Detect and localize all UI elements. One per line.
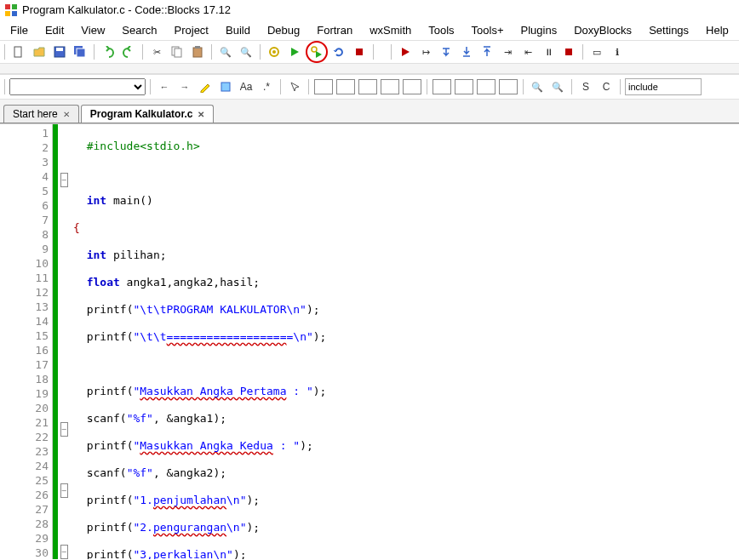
source-icon[interactable]: S bbox=[576, 77, 595, 96]
debug-windows-icon[interactable]: ▭ bbox=[587, 43, 606, 61]
menu-doxyblocks[interactable]: DoxyBlocks bbox=[567, 22, 639, 38]
diag7-icon[interactable] bbox=[455, 79, 473, 94]
menu-build[interactable]: Build bbox=[219, 22, 257, 38]
svg-rect-2 bbox=[5, 11, 10, 16]
menu-bar: File Edit View Search Project Build Debu… bbox=[0, 20, 739, 40]
save-all-icon[interactable] bbox=[71, 43, 89, 61]
menu-search[interactable]: Search bbox=[115, 22, 163, 38]
diag3-icon[interactable] bbox=[358, 79, 377, 94]
diag5-icon[interactable] bbox=[403, 79, 421, 94]
highlight-icon[interactable] bbox=[196, 77, 215, 96]
find-icon[interactable]: 🔍 bbox=[216, 43, 235, 61]
tab-strip: Start here ✕ Program Kalkulator.c ✕ bbox=[0, 100, 739, 123]
cursor-icon[interactable] bbox=[285, 77, 304, 96]
info-icon[interactable]: ℹ bbox=[608, 43, 627, 61]
undo-icon[interactable] bbox=[99, 43, 117, 61]
zoom-in-icon[interactable]: 🔍 bbox=[528, 77, 547, 96]
svg-rect-17 bbox=[565, 49, 572, 55]
diag8-icon[interactable] bbox=[477, 79, 496, 94]
menu-edit[interactable]: Edit bbox=[38, 22, 71, 38]
menu-project[interactable]: Project bbox=[168, 22, 215, 38]
code-editor[interactable]: 1234567891011121314151617181920212223242… bbox=[0, 123, 739, 559]
tab-program-kalkulator[interactable]: Program Kalkulator.c ✕ bbox=[81, 105, 215, 123]
next-line-icon[interactable] bbox=[437, 43, 455, 61]
copy-icon[interactable] bbox=[168, 43, 186, 61]
diag6-icon[interactable] bbox=[433, 79, 451, 94]
paste-icon[interactable] bbox=[188, 43, 207, 61]
title-bar: Program Kalkulator.c - Code::Blocks 17.1… bbox=[0, 0, 739, 20]
svg-rect-11 bbox=[193, 48, 202, 57]
back-icon[interactable]: ← bbox=[155, 77, 174, 96]
menu-debug[interactable]: Debug bbox=[261, 22, 306, 38]
svg-rect-10 bbox=[175, 49, 181, 57]
menu-plugins[interactable]: Plugins bbox=[514, 22, 564, 38]
build-and-run-icon[interactable] bbox=[307, 43, 326, 61]
svg-rect-1 bbox=[12, 4, 17, 9]
comment-icon[interactable]: C bbox=[597, 77, 616, 96]
menu-settings[interactable]: Settings bbox=[642, 22, 696, 38]
abort-icon[interactable] bbox=[350, 43, 369, 61]
main-toolbar: ✂ 🔍 🔍 ↦ ⇥ ⇤ ⏸ ▭ ℹ bbox=[0, 40, 739, 64]
diag2-icon[interactable] bbox=[336, 79, 355, 94]
stop-debug-icon[interactable] bbox=[559, 43, 578, 61]
menu-wxsmith[interactable]: wxSmith bbox=[363, 22, 418, 38]
forward-icon[interactable]: → bbox=[175, 77, 194, 96]
diag4-icon[interactable] bbox=[381, 79, 399, 94]
svg-rect-3 bbox=[12, 11, 17, 16]
app-logo-icon bbox=[5, 4, 17, 16]
run-icon[interactable] bbox=[285, 43, 304, 61]
step-into-icon[interactable] bbox=[457, 43, 476, 61]
menu-file[interactable]: File bbox=[3, 22, 35, 38]
regex-icon[interactable]: .* bbox=[257, 77, 276, 96]
diag1-icon[interactable] bbox=[314, 79, 333, 94]
close-icon[interactable]: ✕ bbox=[63, 110, 70, 119]
save-icon[interactable] bbox=[50, 43, 69, 61]
build-and-run-highlight bbox=[306, 41, 328, 63]
rebuild-icon[interactable] bbox=[329, 43, 348, 61]
run-to-cursor-icon[interactable]: ↦ bbox=[416, 43, 435, 61]
replace-icon[interactable]: 🔍 bbox=[237, 43, 255, 61]
menu-view[interactable]: View bbox=[74, 22, 112, 38]
open-file-icon[interactable] bbox=[30, 43, 49, 61]
code-area[interactable]: #include<stdio.h> int main() { int pilih… bbox=[70, 124, 739, 559]
menu-toolsplus[interactable]: Tools+ bbox=[465, 22, 511, 38]
window-title: Program Kalkulator.c - Code::Blocks 17.1… bbox=[22, 3, 231, 16]
svg-rect-16 bbox=[356, 49, 363, 55]
scope-select[interactable] bbox=[9, 78, 146, 95]
close-icon[interactable]: ✕ bbox=[198, 110, 204, 119]
tab-start-here[interactable]: Start here ✕ bbox=[3, 105, 79, 123]
redo-icon[interactable] bbox=[119, 43, 138, 61]
tab-label: Program Kalkulator.c bbox=[90, 108, 193, 120]
svg-rect-0 bbox=[5, 4, 10, 9]
svg-rect-8 bbox=[77, 49, 85, 57]
debug-run-icon[interactable] bbox=[396, 43, 415, 61]
break-icon[interactable]: ⏸ bbox=[539, 43, 558, 61]
svg-rect-12 bbox=[195, 46, 200, 49]
fold-column: −−−− bbox=[58, 124, 70, 559]
svg-rect-4 bbox=[14, 47, 21, 57]
tab-label: Start here bbox=[13, 108, 58, 120]
cut-icon[interactable]: ✂ bbox=[147, 43, 166, 61]
svg-point-14 bbox=[272, 50, 276, 54]
diag9-icon[interactable] bbox=[499, 79, 518, 94]
menu-help[interactable]: Help bbox=[699, 22, 736, 38]
match-case-icon[interactable]: Aa bbox=[237, 77, 255, 96]
menu-fortran[interactable]: Fortran bbox=[310, 22, 359, 38]
next-instr-icon[interactable]: ⇥ bbox=[498, 43, 517, 61]
new-file-icon[interactable] bbox=[9, 43, 28, 61]
step-instr-icon[interactable]: ⇤ bbox=[518, 43, 537, 61]
menu-tools[interactable]: Tools bbox=[421, 22, 461, 38]
svg-rect-18 bbox=[221, 83, 230, 91]
selection-icon[interactable] bbox=[216, 77, 235, 96]
build-icon[interactable] bbox=[265, 43, 284, 61]
search-input[interactable] bbox=[625, 78, 702, 95]
svg-rect-6 bbox=[56, 48, 63, 51]
line-number-gutter: 1234567891011121314151617181920212223242… bbox=[0, 124, 53, 559]
step-out-icon[interactable] bbox=[478, 43, 496, 61]
zoom-out-icon[interactable]: 🔍 bbox=[548, 77, 567, 96]
secondary-toolbar: ← → Aa .* 🔍 🔍 S C bbox=[0, 74, 739, 100]
